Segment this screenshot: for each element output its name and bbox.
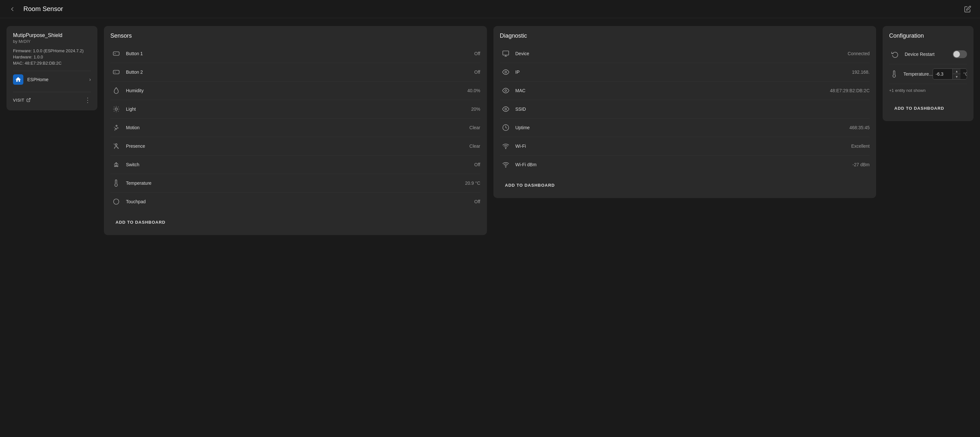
list-item: Humidity 40.0% bbox=[110, 81, 480, 100]
sensor-value: Clear bbox=[469, 144, 480, 149]
list-item: Motion Clear bbox=[110, 118, 480, 137]
svg-point-25 bbox=[505, 89, 507, 92]
sensor-value: Off bbox=[474, 162, 480, 167]
device-icon bbox=[500, 48, 512, 59]
list-item: MAC 48:E7:29:B2:DB:2C bbox=[500, 81, 870, 100]
temperature-unit: °C bbox=[961, 72, 967, 77]
sensor-name: Light bbox=[126, 107, 471, 112]
sensor-name: Touchpad bbox=[126, 199, 474, 204]
sensors-add-dashboard-button[interactable]: ADD TO DASHBOARD bbox=[110, 216, 480, 228]
config-device-restart-label: Device Restart bbox=[905, 52, 953, 57]
list-item: Light 20% bbox=[110, 100, 480, 118]
sensor-name: Temperature bbox=[126, 180, 465, 186]
list-item: Touchpad Off bbox=[110, 193, 480, 211]
configuration-add-dashboard-button[interactable]: ADD TO DASHBOARD bbox=[889, 102, 967, 115]
sensor-value: Off bbox=[474, 199, 480, 204]
visit-button[interactable]: VISIT bbox=[13, 98, 31, 103]
device-by: by MrDIY bbox=[13, 39, 91, 44]
more-options-icon[interactable]: ⋮ bbox=[84, 96, 91, 104]
sensors-card: Sensors Button 1 Off Button 2 Off bbox=[104, 26, 487, 235]
eye-icon bbox=[500, 66, 512, 78]
device-restart-toggle[interactable] bbox=[953, 50, 967, 58]
svg-line-0 bbox=[28, 98, 30, 100]
eye-icon bbox=[500, 85, 512, 96]
motion-icon bbox=[110, 122, 122, 134]
chevron-right-icon: › bbox=[89, 77, 91, 83]
button-icon bbox=[110, 66, 122, 78]
device-hardware: Hardware: 1.0.0 bbox=[13, 54, 91, 59]
diag-value: 468:35:45 bbox=[850, 125, 870, 130]
sensor-value: 40.0% bbox=[468, 88, 480, 93]
diag-name: SSID bbox=[515, 107, 870, 112]
temperature-increment-button[interactable]: ▲ bbox=[953, 69, 961, 74]
switch-icon bbox=[110, 159, 122, 171]
sensor-value: Off bbox=[474, 70, 480, 75]
temperature-input-wrap: ▲ ▼ °C bbox=[932, 69, 967, 80]
device-name: MutipPurpose_Shield bbox=[13, 32, 91, 38]
diag-value: Connected bbox=[848, 51, 870, 56]
temperature-input[interactable] bbox=[933, 70, 952, 78]
temperature-decrement-button[interactable]: ▼ bbox=[953, 74, 961, 79]
list-item: Switch Off bbox=[110, 156, 480, 174]
edit-button[interactable] bbox=[962, 3, 974, 15]
list-item: SSID bbox=[500, 100, 870, 118]
svg-point-18 bbox=[115, 166, 116, 167]
svg-point-26 bbox=[505, 108, 507, 110]
main-content: MutipPurpose_Shield by MrDIY Firmware: 1… bbox=[0, 18, 980, 243]
restart-icon bbox=[889, 48, 901, 60]
list-item: Wi-Fi Excellent bbox=[500, 137, 870, 156]
esphome-label: ESPHome bbox=[27, 77, 89, 82]
svg-point-24 bbox=[505, 71, 507, 73]
svg-rect-3 bbox=[113, 70, 119, 74]
diagnostic-card: Diagnostic Device Connected IP bbox=[493, 26, 877, 198]
esphome-link[interactable]: ESPHome › bbox=[13, 71, 91, 88]
svg-point-14 bbox=[116, 125, 117, 127]
temperature-stepper: ▲ ▼ bbox=[952, 69, 961, 79]
diag-value: 192.168. bbox=[852, 70, 870, 75]
button-icon bbox=[110, 48, 122, 59]
device-mac: MAC: 48:E7:29:B2:DB:2C bbox=[13, 61, 91, 65]
diag-name: IP bbox=[515, 70, 852, 75]
svg-line-15 bbox=[114, 127, 115, 128]
diag-name: Wi-Fi bbox=[515, 144, 851, 149]
sensor-name: Presence bbox=[126, 144, 469, 149]
list-item: Device Connected bbox=[500, 45, 870, 63]
device-card: MutipPurpose_Shield by MrDIY Firmware: 1… bbox=[6, 26, 97, 110]
svg-rect-1 bbox=[113, 52, 119, 56]
back-button[interactable] bbox=[6, 3, 18, 15]
diag-value: 48:E7:29:B2:DB:2C bbox=[830, 88, 870, 93]
config-temperature-row: Temperature... ▲ ▼ °C bbox=[889, 64, 967, 84]
entity-not-shown-label: +1 entity not shown bbox=[889, 84, 967, 97]
list-item: IP 192.168. bbox=[500, 63, 870, 81]
list-item: Wi-Fi dBm -27 dBm bbox=[500, 156, 870, 174]
touchpad-icon bbox=[110, 196, 122, 207]
svg-point-5 bbox=[115, 108, 117, 110]
svg-point-20 bbox=[114, 199, 119, 204]
svg-point-28 bbox=[506, 148, 506, 149]
configuration-title: Configuration bbox=[889, 32, 967, 39]
diag-value: Excellent bbox=[851, 144, 870, 149]
configuration-card: Configuration Device Restart Temperature… bbox=[883, 26, 974, 121]
diagnostic-title: Diagnostic bbox=[500, 32, 870, 39]
device-actions: VISIT ⋮ bbox=[13, 92, 91, 104]
svg-line-12 bbox=[114, 111, 114, 112]
page-title: Room Sensor bbox=[23, 5, 962, 13]
diagnostic-add-dashboard-button[interactable]: ADD TO DASHBOARD bbox=[500, 179, 870, 191]
visit-label: VISIT bbox=[13, 98, 24, 103]
sensor-value: Off bbox=[474, 51, 480, 56]
esphome-icon bbox=[13, 74, 23, 85]
svg-rect-21 bbox=[503, 51, 508, 55]
list-item: Temperature 20.9 °C bbox=[110, 174, 480, 193]
diag-name: Wi-Fi dBm bbox=[515, 162, 853, 167]
sensor-value: 20.9 °C bbox=[465, 180, 480, 186]
diag-value: -27 dBm bbox=[853, 162, 870, 167]
diag-name: MAC bbox=[515, 88, 830, 93]
sensor-value: Clear bbox=[469, 125, 480, 130]
svg-point-29 bbox=[506, 167, 506, 167]
list-item: Button 1 Off bbox=[110, 45, 480, 63]
list-item: Button 2 Off bbox=[110, 63, 480, 81]
list-item: Uptime 468:35:45 bbox=[500, 118, 870, 137]
temperature-config-icon bbox=[889, 68, 899, 80]
list-item: Presence Clear bbox=[110, 137, 480, 156]
humidity-icon bbox=[110, 85, 122, 96]
